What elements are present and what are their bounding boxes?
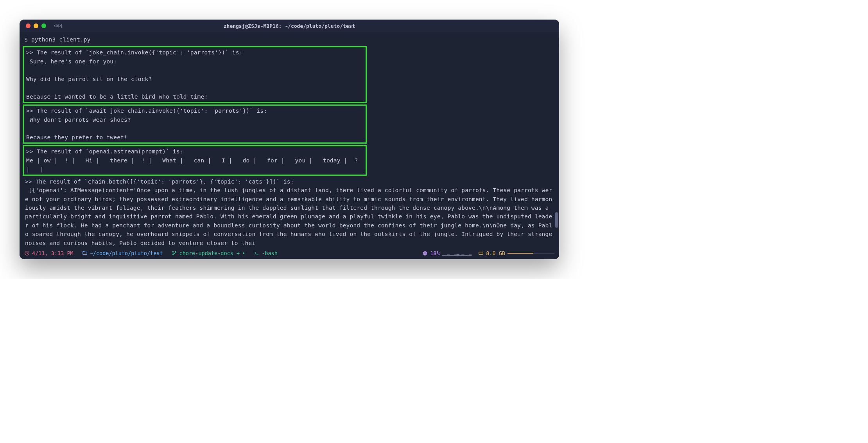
folder-icon <box>82 250 88 256</box>
ram-bar <box>508 253 554 254</box>
clock-icon <box>24 250 30 256</box>
svg-point-3 <box>175 252 176 252</box>
minimize-button[interactable] <box>34 23 38 28</box>
status-shell-text: -bash <box>262 250 278 256</box>
maximize-button[interactable] <box>41 23 46 28</box>
status-cpu-text: 18% <box>430 250 439 256</box>
status-ram: 8.0 GB <box>478 250 554 256</box>
output-block-astream: >> The result of `openai.astream(prompt)… <box>23 145 367 175</box>
status-branch-dot: • <box>242 250 245 256</box>
status-git-branch: chore-update-docs + • <box>172 250 246 256</box>
ram-icon <box>478 250 484 256</box>
svg-rect-6 <box>479 252 483 254</box>
svg-point-2 <box>172 254 173 255</box>
status-ram-text: 8.0 GB <box>486 250 505 256</box>
shell-icon <box>254 250 259 256</box>
git-branch-icon <box>172 250 177 256</box>
output-block-batch: >> The result of `chain.batch([{'topic':… <box>23 177 556 248</box>
window-title: zhengsj@ZSJs-MBP16: ~/code/pluto/pluto/t… <box>224 23 355 29</box>
status-path-text: ~/code/pluto/pluto/test <box>90 250 163 256</box>
output-block-ainvoke: >> The result of `await joke_chain.ainvo… <box>23 104 367 144</box>
output-block-invoke: >> The result of `joke_chain.invoke({'to… <box>23 46 367 103</box>
close-button[interactable] <box>26 23 30 28</box>
traffic-lights <box>26 23 46 28</box>
status-shell: -bash <box>254 250 278 256</box>
terminal-body[interactable]: $ python3 client.py >> The result of `jo… <box>20 32 559 249</box>
svg-rect-5 <box>424 253 426 254</box>
svg-rect-4 <box>424 252 427 255</box>
titlebar: ⌥⌘4 zhengsj@ZSJs-MBP16: ~/code/pluto/plu… <box>20 20 559 32</box>
svg-point-1 <box>172 252 173 252</box>
terminal-window: ⌥⌘4 zhengsj@ZSJs-MBP16: ~/code/pluto/plu… <box>20 20 559 259</box>
command-line: $ python3 client.py <box>23 35 556 45</box>
status-cpu: 18% ▁▁▂▁▁▂▃▁▂▁▁▂ <box>422 250 471 256</box>
cpu-icon <box>422 250 428 256</box>
scrollbar-thumb[interactable] <box>555 212 558 228</box>
status-path: ~/code/pluto/pluto/test <box>82 250 163 256</box>
cpu-sparkline: ▁▁▂▁▁▂▃▁▂▁▁▂ <box>442 250 472 256</box>
status-branch-text: chore-update-docs + <box>179 250 240 256</box>
tab-shortcut-indicator: ⌥⌘4 <box>53 23 62 29</box>
status-time-text: 4/11, 3:33 PM <box>32 250 74 256</box>
status-time: 4/11, 3:33 PM <box>24 250 74 256</box>
statusbar: 4/11, 3:33 PM ~/code/pluto/pluto/test ch… <box>20 249 559 259</box>
